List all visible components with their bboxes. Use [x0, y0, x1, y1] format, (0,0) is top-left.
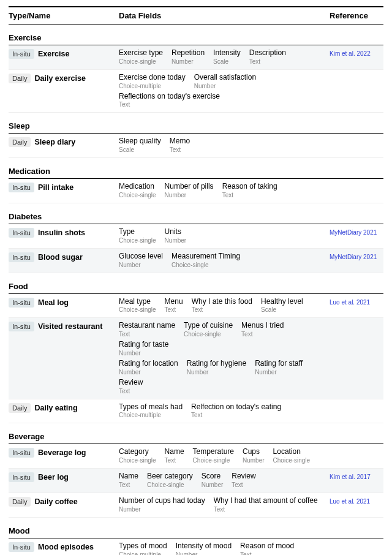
section-title: Exercise — [9, 25, 383, 45]
field-name: Review — [119, 377, 143, 388]
reference-link — [330, 541, 383, 543]
type-badge: Daily — [9, 137, 31, 147]
field-type: Text — [119, 331, 175, 338]
reference-link — [330, 402, 383, 404]
field-type: Scale — [119, 146, 161, 154]
field-type: Number — [187, 369, 246, 376]
table-row: In-situVisited restaurantRestaurant name… — [9, 318, 383, 399]
reference-link[interactable]: Luo et al. 2021 — [330, 296, 383, 306]
field-type: Text — [222, 192, 277, 199]
field-name: Memo — [170, 136, 190, 146]
field-name: Glucose level — [119, 251, 163, 262]
table-row: In-situMeal logMeal typeChoice-singleMen… — [9, 294, 383, 319]
field-type: Choice-single — [273, 457, 311, 464]
reference-link[interactable]: Luo et al. 2021 — [330, 496, 383, 505]
field-name: Rating for hygiene — [187, 358, 246, 369]
header-reference: Reference — [330, 11, 383, 20]
reference-link[interactable]: MyNetDiary 2021 — [330, 251, 383, 260]
reference-link — [330, 181, 383, 184]
reference-link[interactable]: Kim et al. 2022 — [330, 48, 383, 57]
field-type: Choice-single — [119, 237, 156, 244]
header-fields: Data Fields — [119, 11, 330, 20]
field-type: Text — [232, 481, 255, 489]
data-field: Types of moodChoice-multiple — [119, 541, 167, 555]
table-row: DailyDaily eatingTypes of meals hadChoic… — [9, 399, 383, 424]
row-name: Daily exercise — [34, 74, 85, 83]
reference-link[interactable]: MyNetDiary 2021 — [330, 227, 383, 236]
reference-link — [330, 72, 383, 75]
field-name: Category — [119, 447, 156, 457]
field-type: Choice-single — [172, 262, 240, 269]
data-field: MenuText — [165, 296, 183, 314]
field-name: Why I ate this food — [192, 296, 252, 307]
row-name: Mood episodes — [38, 542, 94, 551]
field-name: Relfection on today's eating — [191, 402, 281, 412]
data-field: Exercise typeChoice-single — [119, 48, 163, 66]
data-field: Menus I triedText — [241, 320, 284, 338]
field-type: Choice-multiple — [119, 551, 167, 555]
data-field: LocationChoice-single — [273, 447, 311, 464]
field-type: Number — [194, 83, 256, 90]
field-name: Number of pills — [165, 181, 214, 192]
field-type: Choice-single — [119, 192, 156, 199]
field-name: Rating for location — [119, 358, 178, 369]
data-field: ScoreNumber — [202, 471, 224, 489]
data-field: Reflections on today's exerciseText — [119, 91, 220, 109]
section-title: Mood — [9, 518, 383, 538]
field-name: Beer category — [147, 471, 193, 481]
data-field: DescriptionText — [249, 48, 286, 66]
field-type: Text — [240, 551, 294, 555]
section-title: Sleep — [9, 113, 383, 133]
field-type: Number — [119, 262, 163, 269]
table-row: In-situBeverage logCategoryChoice-single… — [9, 444, 383, 469]
field-type: Text — [165, 306, 183, 314]
row-name: Beverage log — [38, 448, 86, 457]
field-name: Location — [273, 447, 311, 457]
field-type: Choice-single — [119, 58, 163, 66]
field-name: Name — [165, 447, 184, 457]
type-badge: In-situ — [9, 183, 34, 192]
field-name: Rating for staff — [255, 358, 303, 369]
field-type: Number — [202, 481, 224, 489]
data-field: CategoryChoice-single — [119, 447, 156, 464]
field-type: Choice-multiple — [119, 83, 186, 90]
field-name: Menu — [165, 296, 183, 307]
field-type: Text — [249, 58, 286, 66]
data-field: Healthy levelScale — [261, 296, 303, 314]
type-badge: In-situ — [9, 472, 34, 482]
field-name: Exercise type — [119, 48, 163, 58]
data-field: UnitsNumber — [165, 227, 187, 244]
row-name: Exercise — [38, 49, 69, 58]
section-title: Beverage — [9, 423, 383, 444]
type-badge: Daily — [9, 403, 31, 413]
field-name: Review — [232, 471, 255, 481]
field-type: Number — [119, 350, 168, 357]
table-row: DailyDaily exerciseExercise done todayCh… — [9, 70, 383, 113]
data-field: Rating for hygieneNumber — [187, 358, 246, 376]
field-type: Text — [119, 388, 143, 395]
row-name: Daily coffee — [34, 497, 77, 506]
data-field: Rating for tasteNumber — [119, 339, 168, 357]
data-field: Meal typeChoice-single — [119, 296, 156, 314]
data-field: MemoText — [170, 136, 190, 154]
field-type: Number — [176, 551, 232, 555]
field-name: Why I had that amount of coffee — [214, 496, 318, 506]
section-title: Diabetes — [9, 203, 383, 224]
table-header: Type/Name Data Fields Reference — [9, 9, 383, 25]
field-name: Reflections on today's exercise — [119, 91, 220, 102]
table-row: In-situPill intakeMedicationChoice-singl… — [9, 179, 383, 203]
data-field: TypeChoice-single — [119, 227, 156, 244]
data-field: TemperatureChoice-single — [193, 447, 234, 464]
data-field: Reason of moodText — [240, 541, 294, 555]
field-name: Description — [249, 48, 286, 58]
field-type: Number — [165, 237, 187, 244]
data-field: CupsNumber — [243, 447, 265, 464]
data-field: MedicationChoice-single — [119, 181, 156, 199]
reference-link — [330, 320, 383, 323]
data-field: Overall satisfactionNumber — [194, 72, 256, 90]
field-type: Text — [241, 331, 284, 338]
type-badge: Daily — [9, 74, 31, 83]
field-type: Choice-single — [184, 331, 233, 338]
field-type: Choice-single — [147, 481, 193, 489]
reference-link[interactable]: Kim et al. 2017 — [330, 471, 383, 480]
